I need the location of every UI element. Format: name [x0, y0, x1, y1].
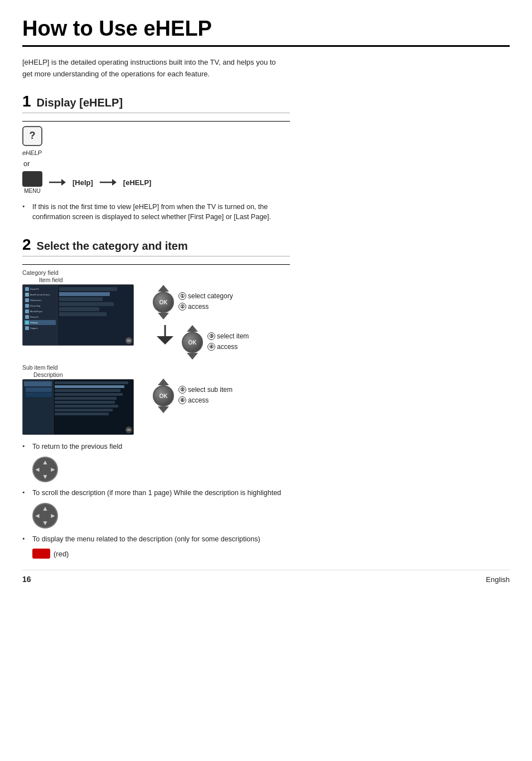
dpad-up-arrow-2: ▲ [42, 505, 49, 512]
red-button-row: (red) [32, 549, 290, 559]
menu-label: MENU [24, 188, 40, 194]
chevron-down-icon-3 [158, 406, 169, 413]
red-button-label: (red) [54, 550, 69, 558]
svg-marker-4 [158, 285, 169, 292]
red-button-icon [32, 549, 50, 559]
section-2-number: 2 [22, 236, 31, 254]
dpad-right-arrow: ► [50, 466, 56, 473]
dpad-return-icon: ▲ ▼ ◄ ► [32, 457, 290, 482]
step3-label: ③ select item [207, 332, 249, 340]
chevron-down-icon-2 [187, 353, 198, 360]
svg-marker-1 [61, 179, 66, 186]
section-2: 2 Select the category and item Category … [22, 236, 290, 559]
dpad-left-arrow-2: ◄ [34, 512, 41, 520]
bullet-1: To return to the previous field [22, 442, 290, 452]
or-text: or [23, 159, 290, 168]
page-language: English [486, 575, 510, 584]
svg-marker-8 [187, 325, 198, 332]
arrow-icon-1 [49, 177, 66, 188]
sub-item-field-label: Sub item field [22, 364, 58, 371]
category-field-label: Category field [22, 269, 59, 276]
category-item-screen: SmartTV Arch/Format Screen Telephones Re… [22, 284, 134, 346]
step4-label: ④ access [207, 343, 249, 351]
dpad-scroll-icon: ▲ ▼ ◄ ► [32, 503, 290, 529]
bullet-2: To scroll the description (if more than … [22, 488, 290, 498]
ok-button-step5: OK [153, 385, 174, 406]
svg-marker-9 [187, 353, 198, 360]
chevron-up-icon [158, 285, 169, 292]
section-1: 1 Display [eHELP] ? eHELP or MENU [Help]… [22, 93, 290, 223]
big-down-arrow-icon [157, 325, 173, 345]
chevron-down-icon [158, 313, 169, 319]
chevron-up-icon-3 [158, 379, 169, 385]
item-field-label: Item field [39, 277, 63, 283]
arrow-icon-2 [100, 177, 117, 188]
dpad-right-arrow-2: ► [50, 512, 56, 520]
section-2-heading: 2 Select the category and item [22, 236, 290, 256]
step1-label: ① select category [178, 292, 233, 300]
page-number: 16 [22, 575, 31, 584]
menu-button [22, 171, 42, 187]
dpad-down-arrow-2: ▼ [42, 519, 49, 527]
page-title: How to Use eHELP [22, 17, 510, 47]
ehelp-text-label: eHELP [22, 149, 290, 156]
intro-text: [eHELP] is the detailed operating instru… [22, 57, 284, 80]
ehelp-button-row: ? [22, 126, 290, 146]
sub-item-screen: OK [22, 379, 134, 435]
ehelp-icon: ? [22, 126, 42, 146]
step5-label: ⑤ select sub item [178, 386, 233, 394]
dpad-up-arrow: ▲ [42, 458, 49, 466]
svg-marker-7 [157, 336, 173, 345]
step2-label: ② access [178, 303, 233, 311]
svg-marker-11 [158, 406, 169, 413]
section-2-title: Select the category and item [37, 240, 188, 253]
chevron-up-icon-2 [187, 325, 198, 332]
section-1-number: 1 [22, 93, 31, 110]
svg-marker-10 [158, 379, 169, 385]
section-1-title: Display [eHELP] [37, 96, 123, 109]
dpad-down-arrow: ▼ [42, 473, 49, 481]
section1-bullet: If this is not the first time to view [e… [22, 202, 290, 223]
bullet-3: To display the menu related to the descr… [22, 534, 290, 545]
ehelp-label: [eHELP] [123, 178, 152, 187]
help-label: [Help] [72, 178, 93, 187]
svg-marker-5 [158, 313, 169, 319]
ok-button-step3: OK [182, 332, 203, 353]
dpad-left-arrow: ◄ [34, 466, 41, 473]
section-1-heading: 1 Display [eHELP] [22, 93, 290, 113]
description-field-label: Description [33, 371, 63, 378]
ok-button-step1: OK [153, 292, 174, 313]
menu-row: MENU [Help] [eHELP] [22, 171, 290, 194]
svg-marker-3 [112, 179, 117, 186]
step6-label: ⑥ access [178, 396, 233, 404]
